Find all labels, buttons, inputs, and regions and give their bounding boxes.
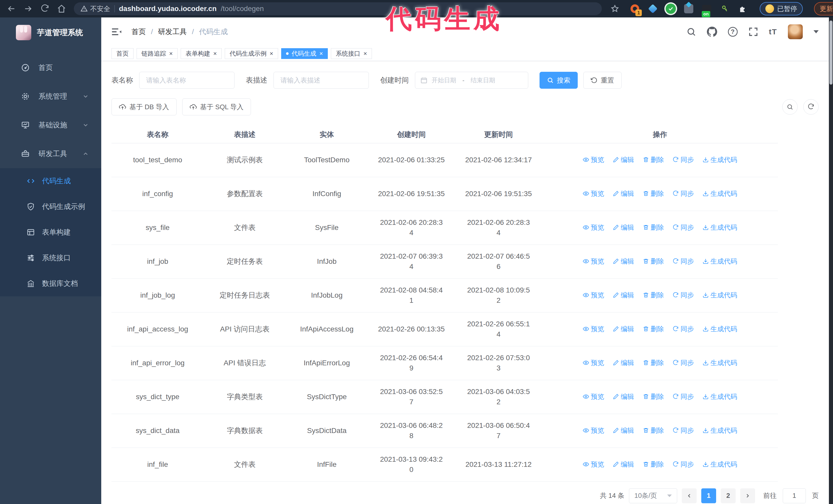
search-icon[interactable] (686, 27, 696, 37)
delete-link[interactable]: 删除 (643, 358, 664, 368)
edit-link[interactable]: 编辑 (613, 391, 634, 402)
sync-link[interactable]: 同步 (672, 222, 694, 233)
sidebar-item-system-api[interactable]: 系统接口 (0, 245, 101, 271)
home-icon[interactable] (57, 4, 66, 13)
show-search-button[interactable] (782, 99, 798, 115)
tab-codegen[interactable]: 代码生成× (281, 48, 328, 59)
back-icon[interactable] (7, 4, 16, 13)
delete-link[interactable]: 删除 (643, 222, 664, 233)
sync-link[interactable]: 同步 (672, 358, 694, 368)
generate-code-link[interactable]: 生成代码 (703, 290, 737, 300)
search-button[interactable]: 搜索 (540, 72, 578, 89)
close-icon[interactable]: × (213, 50, 217, 57)
preview-link[interactable]: 预览 (583, 391, 604, 402)
delete-link[interactable]: 删除 (643, 425, 664, 436)
extension-icon[interactable]: 1 (629, 3, 640, 14)
breadcrumb-home[interactable]: 首页 (132, 27, 146, 37)
sync-link[interactable]: 同步 (672, 324, 694, 334)
user-avatar[interactable] (788, 24, 803, 39)
sync-link[interactable]: 同步 (672, 256, 694, 266)
browser-profile-chip[interactable]: 已暂停 (760, 2, 803, 16)
scrollbar-thumb[interactable] (829, 21, 832, 85)
sidebar-item-codegen[interactable]: 代码生成 (0, 168, 101, 194)
edit-link[interactable]: 编辑 (613, 188, 634, 199)
reset-button[interactable]: 重置 (584, 72, 622, 89)
page-size-select[interactable]: 10条/页 (629, 488, 677, 503)
tab-tracing[interactable]: 链路追踪× (137, 48, 177, 59)
preview-link[interactable]: 预览 (583, 290, 604, 300)
tab-home[interactable]: 首页 (112, 48, 134, 59)
generate-code-link[interactable]: 生成代码 (703, 222, 737, 233)
github-icon[interactable] (707, 27, 717, 37)
sync-link[interactable]: 同步 (672, 391, 694, 402)
sync-link[interactable]: 同步 (672, 290, 694, 300)
generate-code-link[interactable]: 生成代码 (703, 391, 737, 402)
preview-link[interactable]: 预览 (583, 188, 604, 199)
edit-link[interactable]: 编辑 (613, 358, 634, 368)
import-db-button[interactable]: 基于 DB 导入 (112, 98, 176, 115)
close-icon[interactable]: × (270, 50, 273, 57)
preview-link[interactable]: 预览 (583, 324, 604, 334)
sync-link[interactable]: 同步 (672, 154, 694, 165)
generate-code-link[interactable]: 生成代码 (703, 459, 737, 470)
forward-icon[interactable] (24, 4, 33, 13)
sync-link[interactable]: 同步 (672, 425, 694, 436)
edit-link[interactable]: 编辑 (613, 256, 634, 266)
delete-link[interactable]: 删除 (643, 290, 664, 300)
page-button-2[interactable]: 2 (721, 488, 736, 503)
delete-link[interactable]: 删除 (643, 324, 664, 334)
preview-link[interactable]: 预览 (583, 358, 604, 368)
close-icon[interactable]: × (363, 50, 367, 57)
delete-link[interactable]: 删除 (643, 256, 664, 266)
tab-form-builder[interactable]: 表单构建× (181, 48, 222, 59)
browser-update-button[interactable]: 更新 (814, 2, 833, 16)
preview-link[interactable]: 预览 (583, 154, 604, 165)
edit-link[interactable]: 编辑 (613, 154, 634, 165)
tab-codegen-demo[interactable]: 代码生成示例× (225, 48, 278, 59)
generate-code-link[interactable]: 生成代码 (703, 188, 737, 199)
address-bar[interactable]: 不安全 dashboard.yudao.iocoder.cn/tool/code… (74, 2, 602, 15)
import-sql-button[interactable]: 基于 SQL 导入 (182, 98, 251, 115)
app-logo[interactable]: 芋道管理系统 (0, 18, 101, 48)
generate-code-link[interactable]: 生成代码 (703, 324, 737, 334)
chevron-down-icon[interactable] (813, 30, 819, 33)
extension-icon[interactable] (719, 3, 730, 14)
breadcrumb-devtools[interactable]: 研发工具 (158, 27, 187, 37)
generate-code-link[interactable]: 生成代码 (703, 425, 737, 436)
sync-link[interactable]: 同步 (672, 459, 694, 470)
sidebar-item-codegen-demo[interactable]: 代码生成示例 (0, 194, 101, 219)
sidebar-item-devtools[interactable]: 研发工具 (0, 140, 101, 168)
extension-icon[interactable] (665, 3, 676, 14)
reload-icon[interactable] (41, 4, 49, 13)
sidebar-item-infra[interactable]: 基础设施 (0, 111, 101, 140)
tab-system-api[interactable]: 系统接口× (331, 48, 372, 59)
extension-icon[interactable] (647, 3, 658, 14)
security-warning[interactable]: 不安全 (80, 4, 110, 13)
generate-code-link[interactable]: 生成代码 (703, 256, 737, 266)
page-button-1[interactable]: 1 (701, 488, 716, 503)
hamburger-icon[interactable] (112, 27, 122, 37)
sidebar-item-db-doc[interactable]: 数据库文档 (0, 271, 101, 296)
prev-page-button[interactable] (682, 488, 697, 503)
goto-page-input[interactable] (783, 488, 806, 503)
delete-link[interactable]: 删除 (643, 188, 664, 199)
preview-link[interactable]: 预览 (583, 256, 604, 266)
sidebar-item-home[interactable]: 首页 (0, 53, 101, 82)
delete-link[interactable]: 删除 (643, 391, 664, 402)
next-page-button[interactable] (740, 488, 755, 503)
delete-link[interactable]: 删除 (643, 154, 664, 165)
edit-link[interactable]: 编辑 (613, 324, 634, 334)
fullscreen-icon[interactable] (748, 27, 758, 37)
close-icon[interactable]: × (319, 50, 323, 57)
edit-link[interactable]: 编辑 (613, 459, 634, 470)
preview-link[interactable]: 预览 (583, 459, 604, 470)
sync-link[interactable]: 同步 (672, 188, 694, 199)
date-range-picker[interactable]: 开始日期 - 结束日期 (415, 72, 528, 89)
sidebar-item-system[interactable]: 系统管理 (0, 82, 101, 111)
close-icon[interactable]: × (169, 50, 173, 57)
table-name-input[interactable] (139, 72, 235, 89)
preview-link[interactable]: 预览 (583, 425, 604, 436)
generate-code-link[interactable]: 生成代码 (703, 154, 737, 165)
help-icon[interactable]: ? (728, 27, 738, 37)
delete-link[interactable]: 删除 (643, 459, 664, 470)
